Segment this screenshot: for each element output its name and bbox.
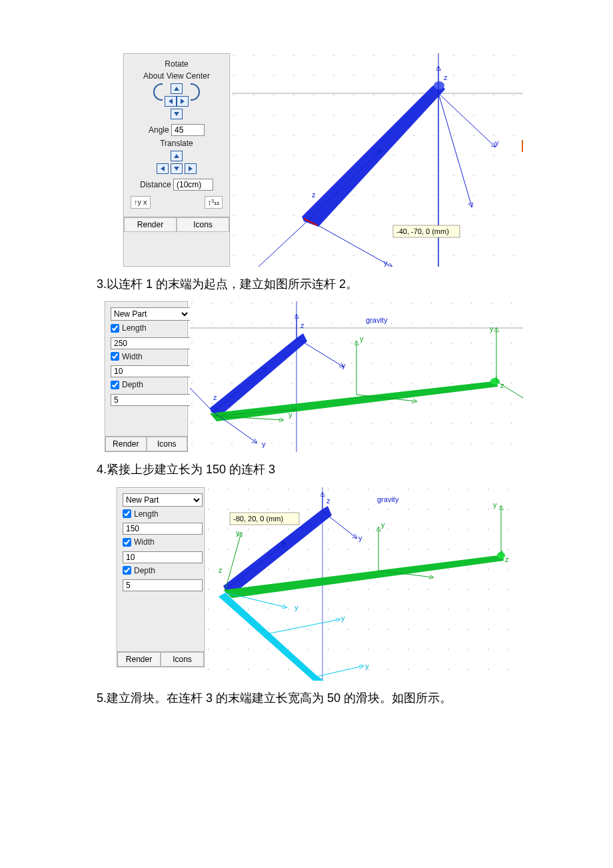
distance-input[interactable] xyxy=(173,179,213,191)
about-view-center-label: About View Center xyxy=(129,71,224,81)
length-label: Length xyxy=(134,509,159,519)
z-axis-label-b: z xyxy=(312,191,316,199)
y-label-c3: y xyxy=(365,662,369,670)
svg-point-5 xyxy=(434,81,444,89)
width-checkbox[interactable] xyxy=(123,538,131,547)
angle-input[interactable] xyxy=(171,124,205,136)
rotate-left-button[interactable] xyxy=(165,96,177,107)
depth-checkbox[interactable] xyxy=(111,381,119,389)
y-label: y xyxy=(236,529,240,537)
rotate-down-button[interactable] xyxy=(171,109,183,119)
depth-checkbox[interactable] xyxy=(123,566,131,575)
y-label-g3: y xyxy=(490,325,494,333)
width-checkbox[interactable] xyxy=(111,352,119,361)
render-button[interactable]: Render xyxy=(124,217,177,232)
step-3-text: 3.以连杆 1 的末端为起点，建立如图所示连杆 2。 xyxy=(97,273,613,295)
icons-button[interactable]: Icons xyxy=(147,437,188,451)
translate-controls xyxy=(129,151,224,176)
rotate-controls xyxy=(129,83,224,121)
rotate-up-button[interactable] xyxy=(171,83,183,94)
svg-rect-15 xyxy=(522,140,523,152)
x-axis-label: x xyxy=(377,147,381,155)
translate-left-button[interactable] xyxy=(157,163,169,174)
length-checkbox[interactable] xyxy=(123,509,131,518)
z-label: z xyxy=(326,497,330,505)
coord-tooltip: -80, 20, 0 (mm) xyxy=(233,515,283,523)
part-select[interactable]: New Part xyxy=(111,307,191,321)
y-label-g2: y xyxy=(493,501,497,509)
z-label-gg: z xyxy=(219,566,223,574)
z-label-g: z xyxy=(500,381,504,389)
z-axis-label: z xyxy=(444,73,448,81)
triad-icon[interactable]: ↕³₁₂ xyxy=(205,196,223,209)
rotate-label: Rotate xyxy=(129,59,224,69)
distance-row: Distance xyxy=(129,179,224,191)
figure-1: Rotate About View Center Angle Translate xyxy=(97,53,523,267)
depth-label: Depth xyxy=(134,566,155,575)
width-label: Width xyxy=(122,352,143,361)
angle-row: Angle xyxy=(129,124,224,136)
translate-label: Translate xyxy=(129,139,224,148)
step-5-text: 5.建立滑块。在连杆 3 的末端建立长宽高为 50 的滑块。如图所示。 xyxy=(97,687,613,709)
rotate-right-button[interactable] xyxy=(177,96,189,107)
y-label-b: y xyxy=(358,534,362,542)
depth-input[interactable] xyxy=(123,579,203,591)
length-input[interactable] xyxy=(111,337,191,349)
depth-label: Depth xyxy=(122,380,143,389)
depth-input[interactable] xyxy=(111,394,191,406)
viewport-2[interactable]: gravity z y y y z y xyxy=(190,301,523,452)
z-label: z xyxy=(213,393,217,401)
viewport-1[interactable]: z x y y z -40, -70, 0 (mm) xyxy=(232,53,523,267)
y-label-g: y xyxy=(381,521,385,529)
width-input[interactable] xyxy=(123,551,203,563)
y-label-g2: y xyxy=(360,335,364,343)
translate-down-button[interactable] xyxy=(171,163,183,174)
coord-tooltip: -40, -70, 0 (mm) xyxy=(396,227,449,235)
gravity-label: gravity xyxy=(366,316,388,324)
translate-right-button[interactable] xyxy=(185,163,197,174)
y-axis-label: y xyxy=(384,259,388,267)
y-label-c: y xyxy=(295,603,299,611)
z-label-b: z xyxy=(301,321,305,329)
gravity-label: gravity xyxy=(377,495,399,503)
width-input[interactable] xyxy=(111,365,191,377)
z-label-g: z xyxy=(505,555,509,563)
axis-icon[interactable]: ↑y x xyxy=(131,196,151,209)
width-label: Width xyxy=(134,537,155,547)
angle-label: Angle xyxy=(149,125,169,135)
length-input[interactable] xyxy=(123,523,203,535)
part-select[interactable]: New Part xyxy=(123,493,203,507)
new-part-panel-3: New Part Length Width Depth Render Icons xyxy=(117,487,205,667)
y-label-c2: y xyxy=(341,614,345,622)
translate-up-button[interactable] xyxy=(171,151,183,161)
new-part-panel-2: New Part Length Width Depth Render Icons xyxy=(105,301,188,452)
rotate-cw-icon[interactable] xyxy=(191,83,200,101)
y-axis-label-b: y xyxy=(495,139,499,147)
viewport-3[interactable]: gravity -80, 20, 0 (mm) x y y y z xyxy=(207,487,523,681)
y-label-g: y xyxy=(289,411,293,419)
length-label: Length xyxy=(122,323,147,333)
x-label: x xyxy=(281,538,285,546)
rotate-ccw-icon[interactable] xyxy=(153,83,163,101)
icons-button[interactable]: Icons xyxy=(161,652,204,667)
figure-2: www.bdocx.com New Part Length Width Dept… xyxy=(97,301,523,452)
step-4-text: 4.紧接上步建立长为 150 的连杆 3 xyxy=(97,459,613,480)
render-button[interactable]: Render xyxy=(105,437,147,451)
svg-point-22 xyxy=(490,378,500,385)
icons-button[interactable]: Icons xyxy=(177,217,229,232)
rotate-panel: Rotate About View Center Angle Translate xyxy=(123,53,230,267)
render-button[interactable]: Render xyxy=(117,652,161,667)
distance-label: Distance xyxy=(140,180,171,189)
y-label-b: y xyxy=(342,361,346,369)
figure-3: New Part Length Width Depth Render Icons… xyxy=(97,487,523,681)
y-label: y xyxy=(262,440,266,448)
length-checkbox[interactable] xyxy=(111,324,119,333)
